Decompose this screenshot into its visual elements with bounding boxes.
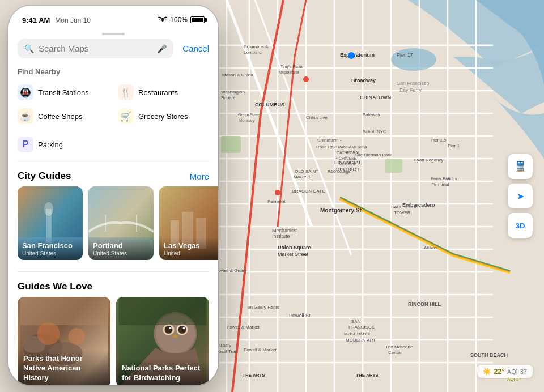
transit-control-button[interactable]: 🚆 xyxy=(508,154,533,179)
restaurants-label: Restaurants xyxy=(138,88,178,97)
divider-1 xyxy=(18,161,209,161)
svg-text:SAN: SAN xyxy=(351,319,361,324)
coffee-icon: ☕ xyxy=(18,108,33,124)
search-input[interactable] xyxy=(39,44,152,53)
guide-card-birds[interactable]: National Parks Perfect for Birdwatching xyxy=(116,297,209,385)
svg-text:CHINATOWN: CHINATOWN xyxy=(360,95,391,100)
status-icons: 100% xyxy=(158,16,205,24)
portland-card-overlay: Portland United States xyxy=(88,238,154,260)
svg-text:TOWER: TOWER xyxy=(394,210,411,215)
device-panel: 9:41 AM Mon Jun 10 100% 🔍 xyxy=(8,6,218,385)
svg-point-128 xyxy=(183,327,185,329)
svg-text:Mason & Union: Mason & Union xyxy=(222,73,253,78)
city-guides-header: City Guides More xyxy=(8,164,218,186)
svg-point-99 xyxy=(303,76,309,82)
svg-point-117 xyxy=(37,322,60,345)
svg-text:Square: Square xyxy=(221,95,236,100)
svg-text:Rose Pak: Rose Pak xyxy=(316,144,337,150)
lasvegas-card-country: United xyxy=(164,250,218,257)
svg-text:Terminal: Terminal xyxy=(432,182,449,187)
svg-text:Akikos: Akikos xyxy=(424,245,437,250)
transit-control-icon: 🚆 xyxy=(514,160,526,173)
pull-handle[interactable] xyxy=(102,33,125,35)
svg-point-126 xyxy=(178,326,186,334)
battery-icon xyxy=(190,16,205,23)
svg-text:Green Street: Green Street xyxy=(238,113,261,117)
svg-text:MARY'S: MARY'S xyxy=(294,174,311,180)
nearby-item-transit[interactable]: 🚇 Transit Stations xyxy=(13,80,113,104)
svg-text:Market Street: Market Street xyxy=(278,252,309,257)
sf-card-country: United States xyxy=(22,250,78,257)
coffee-label: Coffee Shops xyxy=(38,112,83,121)
svg-text:Fairmont: Fairmont xyxy=(267,199,286,204)
svg-text:Hyatt Regency: Hyatt Regency xyxy=(414,157,443,163)
svg-text:Safeway: Safeway xyxy=(363,112,380,117)
parking-icon: P xyxy=(18,137,33,152)
grocery-icon: 🛒 xyxy=(118,108,134,124)
nearby-grid: 🚇 Transit Stations 🍴 Restaurants ☕ Coffe… xyxy=(8,80,218,128)
svg-text:Mechanics': Mechanics' xyxy=(272,228,298,233)
status-bar: 9:41 AM Mon Jun 10 100% xyxy=(8,6,218,31)
svg-text:San Francisco: San Francisco xyxy=(397,80,430,86)
portland-card-name: Portland xyxy=(93,241,149,250)
mic-icon[interactable]: 🎤 xyxy=(157,44,167,53)
status-time: 9:41 AM Mon Jun 10 xyxy=(22,15,91,25)
city-guides-more[interactable]: More xyxy=(190,172,209,181)
panel-content[interactable]: 🔍 🎤 Cancel Find Nearby 🚇 Transit Station… xyxy=(8,39,218,385)
guides-we-love-header: Guides We Love xyxy=(8,274,218,297)
city-card-sf[interactable]: San Francisco United States xyxy=(18,186,83,260)
svg-text:China Live: China Live xyxy=(306,115,328,120)
nearby-item-coffee[interactable]: ☕ Coffee Shops xyxy=(13,104,113,128)
weather-widget: ☀️ 22° AQI 37 xyxy=(477,365,533,378)
3d-label: 3D xyxy=(516,221,525,230)
nearby-item-restaurants[interactable]: 🍴 Restaurants xyxy=(113,80,214,104)
svg-point-103 xyxy=(44,202,53,216)
portland-card-country: United States xyxy=(93,250,149,257)
parks-card-overlay: Parks that Honor Native American History xyxy=(18,350,110,385)
svg-rect-119 xyxy=(20,297,108,325)
nearby-item-grocery[interactable]: 🛒 Grocery Stores xyxy=(113,104,214,128)
svg-text:Powell & Geary: Powell & Geary xyxy=(215,268,246,273)
svg-text:Powell & Market: Powell & Market xyxy=(227,325,260,330)
svg-text:Schott NYC: Schott NYC xyxy=(363,129,386,134)
svg-point-97 xyxy=(348,52,355,59)
temperature: 22° xyxy=(494,367,505,376)
divider-2 xyxy=(18,271,209,272)
svg-text:Mortuary: Mortuary xyxy=(239,118,255,123)
nearby-item-parking[interactable]: P Parking xyxy=(13,133,67,156)
transit-icon: 🚇 xyxy=(18,84,33,100)
search-field[interactable]: 🔍 🎤 xyxy=(18,39,173,58)
svg-text:SOUTH BEACH: SOUTH BEACH xyxy=(470,352,508,358)
svg-text:Chinatown -: Chinatown - xyxy=(317,138,342,143)
battery-percent: 100% xyxy=(170,16,188,24)
cancel-button[interactable]: Cancel xyxy=(178,44,209,53)
city-card-lasvegas[interactable]: Las Vegas United xyxy=(159,186,218,260)
svg-text:Union Square: Union Square xyxy=(278,245,311,250)
3d-control-button[interactable]: 3D xyxy=(508,213,533,238)
birds-card-title: National Parks Perfect for Birdwatching xyxy=(122,364,203,383)
guide-card-parks[interactable]: Parks that Honor Native American History xyxy=(18,297,110,385)
svg-text:THE ARTS: THE ARTS xyxy=(243,373,265,378)
svg-text:The Moscone: The Moscone xyxy=(385,344,413,350)
svg-text:MODERN ART: MODERN ART xyxy=(346,338,376,343)
parking-label: Parking xyxy=(38,140,63,149)
location-control-button[interactable]: ➤ xyxy=(508,184,533,208)
svg-text:Center: Center xyxy=(388,350,402,355)
search-row: 🔍 🎤 Cancel xyxy=(8,39,218,65)
svg-text:Pier 1.5: Pier 1.5 xyxy=(431,138,447,143)
map-controls: 🚆 ➤ 3D xyxy=(508,154,533,238)
find-nearby-label: Find Nearby xyxy=(8,65,218,80)
guides-grid: Parks that Honor Native American History xyxy=(8,297,218,385)
aqi-value: 37 xyxy=(520,368,527,375)
svg-text:Lombard: Lombard xyxy=(244,50,262,55)
city-card-portland[interactable]: Portland United States xyxy=(88,186,154,260)
svg-text:Powell St: Powell St xyxy=(289,313,311,318)
city-guides-scroll[interactable]: San Francisco United States xyxy=(8,186,218,269)
svg-text:SALESFORCE: SALESFORCE xyxy=(391,204,422,210)
restaurants-icon: 🍴 xyxy=(118,84,134,100)
svg-text:FRANCISCO: FRANCISCO xyxy=(348,325,375,330)
svg-text:Pier 17: Pier 17 xyxy=(397,52,413,58)
svg-point-127 xyxy=(169,327,172,329)
svg-text:Powell & Market: Powell & Market xyxy=(244,347,277,352)
svg-text:MISSION: MISSION xyxy=(339,162,356,166)
